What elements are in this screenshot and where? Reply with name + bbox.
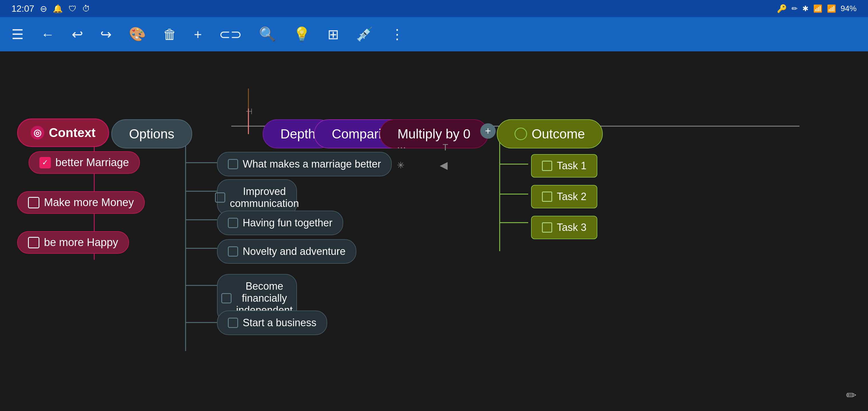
having-fun-node[interactable]: Having fun together [217, 211, 343, 235]
task2-label: Task 2 [557, 191, 586, 203]
multiply-label: Multiply by 0 [398, 126, 470, 141]
improved-comm-label: Improved communication [230, 186, 299, 210]
task2-checkbox[interactable] [542, 191, 552, 202]
status-left: 12:07 ⊖ 🔔 🛡 ⏱ [11, 3, 90, 14]
multiply-chevron-icon: ◀ [440, 159, 448, 171]
improved-comm-checkbox[interactable] [215, 192, 225, 203]
signal-icon: 📶 [827, 4, 836, 13]
status-right: 🔑 ✏ ✱ 📶 📶 94% [777, 4, 857, 13]
what-makes-label: What makes a marriage better [243, 158, 381, 170]
novelty-label: Novelty and adventure [243, 246, 345, 257]
clock-icon: ⏱ [82, 4, 90, 13]
share-icon[interactable]: ⊂⊃ [219, 26, 242, 42]
business-label: Start a business [243, 317, 316, 329]
layout-icon[interactable]: ⊞ [328, 26, 339, 42]
connections-svg: ⊣ [0, 51, 868, 411]
task3-node[interactable]: Task 3 [531, 216, 597, 239]
status-bar: 12:07 ⊖ 🔔 🛡 ⏱ 🔑 ✏ ✱ 📶 📶 94% [0, 0, 868, 17]
add-multiply-button[interactable]: + [480, 123, 496, 139]
context-icon: ◎ [31, 126, 44, 139]
pencil-icon: ✏ [792, 4, 798, 13]
better-marriage-label: better Marriage [55, 156, 129, 169]
task2-node[interactable]: Task 2 [531, 185, 597, 208]
edit-icon[interactable]: ✏ [846, 388, 857, 403]
wifi-icon: 📶 [813, 4, 822, 13]
better-marriage-checkbox[interactable] [39, 157, 51, 168]
key-icon: 🔑 [777, 4, 787, 13]
toolbar: ☰ ← ↩ ↪ 🎨 🗑 + ⊂⊃ 🔍 💡 ⊞ 💉 ⋮ [0, 17, 868, 51]
novelty-checkbox[interactable] [228, 246, 238, 257]
menu-icon[interactable]: ☰ [11, 26, 24, 42]
lightbulb-icon[interactable]: 💡 [293, 26, 310, 42]
improved-comm-node[interactable]: Improved communication [217, 179, 297, 216]
financially-checkbox[interactable] [221, 293, 231, 304]
palette-icon[interactable]: 🎨 [129, 26, 146, 42]
what-makes-node[interactable]: What makes a marriage better [217, 152, 392, 177]
add-icon[interactable]: + [194, 27, 202, 42]
novelty-node[interactable]: Novelty and adventure [217, 239, 356, 264]
multiply-t-icon: T [442, 142, 448, 153]
having-fun-label: Having fun together [243, 217, 332, 229]
shield-icon: 🛡 [68, 4, 76, 13]
options-label: Options [129, 126, 175, 141]
multiply-node[interactable]: Multiply by 0 [380, 119, 488, 149]
make-money-label: Make more Money [44, 196, 134, 209]
be-happy-label: be more Happy [44, 236, 118, 249]
context-node[interactable]: ◎ Context [17, 119, 109, 147]
bluetooth-icon: ✱ [802, 4, 809, 13]
task1-checkbox[interactable] [542, 161, 552, 171]
outcome-label: Outcome [532, 126, 585, 141]
outcome-circle-icon [515, 128, 527, 140]
delete-icon[interactable]: 🗑 [163, 27, 177, 42]
having-fun-checkbox[interactable] [228, 218, 238, 228]
more-icon[interactable]: ⋮ [390, 26, 404, 42]
business-checkbox[interactable] [228, 318, 238, 328]
minus-circle-icon: ⊖ [40, 4, 47, 14]
search-icon[interactable]: 🔍 [259, 26, 276, 42]
task1-node[interactable]: Task 1 [531, 154, 597, 178]
context-label: Context [49, 126, 96, 140]
notification-icon: 🔔 [53, 4, 63, 13]
be-happy-checkbox[interactable] [28, 237, 39, 248]
business-node[interactable]: Start a business [217, 311, 327, 335]
redo-icon[interactable]: ↪ [100, 26, 112, 42]
outcome-node[interactable]: Outcome [497, 119, 603, 149]
multiply-dots-icon: ⋯ [397, 142, 406, 153]
task1-label: Task 1 [557, 160, 586, 172]
task3-label: Task 3 [557, 221, 586, 233]
eyedropper-icon[interactable]: 💉 [356, 26, 373, 42]
make-money-node[interactable]: Make more Money [17, 191, 145, 214]
undo-icon[interactable]: ↩ [72, 26, 83, 42]
back-icon[interactable]: ← [41, 27, 55, 42]
be-happy-node[interactable]: be more Happy [17, 231, 129, 254]
better-marriage-node[interactable]: better Marriage [29, 151, 140, 174]
make-money-checkbox[interactable] [28, 197, 39, 208]
canvas: ⊣ ◎ Context better Marriage Make more Mo… [0, 51, 868, 411]
battery: 94% [841, 4, 857, 13]
multiply-asterisk-icon: ✳ [397, 160, 405, 171]
depth-label: Depth [280, 126, 315, 141]
time: 12:07 [11, 3, 34, 14]
what-makes-checkbox[interactable] [228, 159, 238, 169]
task3-checkbox[interactable] [542, 222, 552, 232]
options-node[interactable]: Options [111, 119, 192, 149]
svg-text:⊣: ⊣ [246, 107, 252, 116]
